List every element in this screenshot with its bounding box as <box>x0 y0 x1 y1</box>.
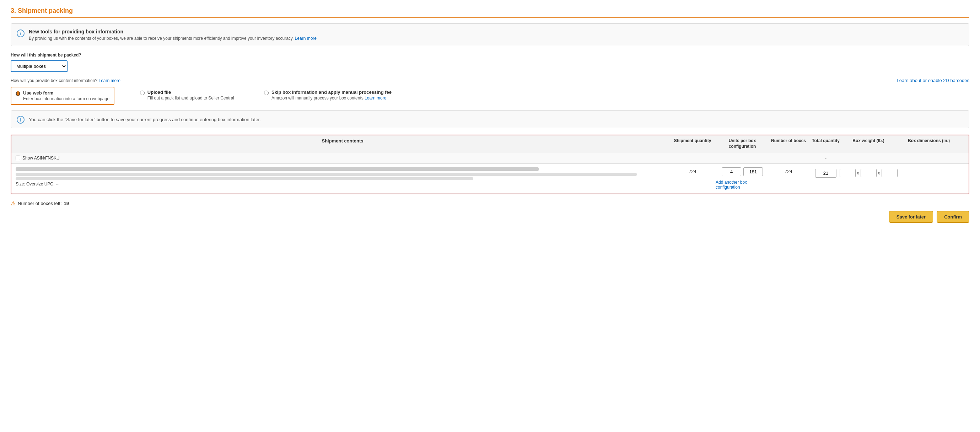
show-asin-cell: Show ASIN/FNSKU <box>16 156 670 160</box>
shipment-quantity-value: 724 <box>670 167 716 174</box>
bottom-bar: Save for later Confirm <box>11 211 969 223</box>
radio-skip-desc: Amazon will manually process your box co… <box>272 95 391 100</box>
show-asin-checkbox[interactable] <box>16 156 20 160</box>
packing-question: How will this shipment be packed? <box>11 52 969 57</box>
product-desc-blur2 <box>16 177 473 180</box>
dim-y-separator: x <box>878 170 880 176</box>
radio-upload-title: Upload file <box>148 89 234 95</box>
boxes-left-value: 19 <box>64 201 69 206</box>
table-subheader: Show ASIN/FNSKU - <box>11 152 969 164</box>
box-config-cell: Add another box configuration <box>716 167 769 190</box>
dim-x-separator: x <box>857 170 859 176</box>
save-later-text: You can click the "Save for later" butto… <box>29 117 261 122</box>
warning-icon: ⚠ <box>11 200 16 207</box>
confirm-button[interactable]: Confirm <box>937 211 969 223</box>
section-title: 3. Shipment packing <box>11 7 969 18</box>
subheader-dash: - <box>808 155 843 160</box>
product-name-blur <box>16 167 539 171</box>
box-dim-x-input[interactable] <box>840 169 856 177</box>
packing-dropdown-wrapper: Multiple boxes Single box <box>11 60 969 72</box>
boxes-left-section: ⚠ Number of boxes left: 19 <box>11 200 969 207</box>
col-units-per-box: Units per box configuration <box>716 138 769 149</box>
radio-skip-input[interactable] <box>264 91 269 95</box>
info-banner-title: New tools for providing box information <box>29 29 123 35</box>
table-row: Size: Oversize UPC: -- 724 Add another b… <box>11 164 969 194</box>
info-banner-learn-more[interactable]: Learn more <box>295 36 317 41</box>
box-config-inputs <box>722 167 763 176</box>
product-info: Size: Oversize UPC: -- <box>16 167 670 186</box>
box-weight-cell <box>808 167 843 178</box>
info-banner-description: By providing us with the contents of you… <box>29 36 317 41</box>
packing-select[interactable]: Multiple boxes Single box <box>11 60 67 72</box>
info-icon: i <box>17 30 24 37</box>
radio-skip-title: Skip box information and apply manual pr… <box>272 89 391 95</box>
radio-upload-desc: Fill out a pack list and upload to Selle… <box>148 95 234 100</box>
col-number-of-boxes: Number of boxes <box>769 138 808 149</box>
info-banner: i New tools for providing box informatio… <box>11 24 969 46</box>
box-dimensions-cell: x x <box>843 167 893 177</box>
box-content-learn-more[interactable]: Learn more <box>99 78 120 83</box>
radio-options: Use web form Enter box information into … <box>11 87 969 105</box>
number-of-boxes-input[interactable] <box>743 167 763 176</box>
radio-option-upload[interactable]: Upload file Fill out a pack list and upl… <box>136 87 239 105</box>
add-box-config-link[interactable]: Add another box configuration <box>716 178 769 190</box>
radio-web-form-input[interactable] <box>16 91 20 96</box>
box-dim-z-input[interactable] <box>881 169 897 177</box>
info-banner-text: New tools for providing box information … <box>29 29 317 41</box>
learn-2d-barcodes-link[interactable]: Learn about or enable 2D barcodes <box>897 78 969 83</box>
radio-option-web-form[interactable]: Use web form Enter box information into … <box>11 87 115 105</box>
save-later-icon: i <box>17 116 24 124</box>
box-content-question: How will you provide box content informa… <box>11 78 121 83</box>
col-box-dimensions: Box dimensions (in.) <box>893 138 964 149</box>
radio-upload-input[interactable] <box>140 91 145 95</box>
save-later-banner: i You can click the "Save for later" but… <box>11 111 969 128</box>
radio-web-form-desc: Enter box information into a form on web… <box>23 96 110 101</box>
radio-skip-learn-more[interactable]: Learn more <box>364 95 386 100</box>
boxes-left-label: Number of boxes left: <box>18 201 62 206</box>
box-content-header: How will you provide box content informa… <box>11 78 969 83</box>
box-weight-input[interactable] <box>815 169 837 178</box>
table-section: Shipment contents Shipment quantity Unit… <box>11 135 969 194</box>
col-total-quantity: Total quantity <box>808 138 843 149</box>
table-header: Shipment contents Shipment quantity Unit… <box>11 135 969 152</box>
radio-option-skip[interactable]: Skip box information and apply manual pr… <box>260 87 396 105</box>
total-quantity-value: 724 <box>769 167 808 174</box>
product-desc-blur <box>16 173 637 176</box>
show-asin-label: Show ASIN/FNSKU <box>22 156 60 160</box>
col-shipment-quantity: Shipment quantity <box>670 138 716 149</box>
col-shipment-contents: Shipment contents <box>16 138 670 149</box>
product-size: Size: Oversize UPC: -- <box>16 181 670 186</box>
save-for-later-button[interactable]: Save for later <box>889 211 933 223</box>
box-dim-y-input[interactable] <box>861 169 877 177</box>
units-per-box-input[interactable] <box>722 167 741 176</box>
col-box-weight: Box weight (lb.) <box>843 138 893 149</box>
radio-web-form-title: Use web form <box>23 90 110 95</box>
